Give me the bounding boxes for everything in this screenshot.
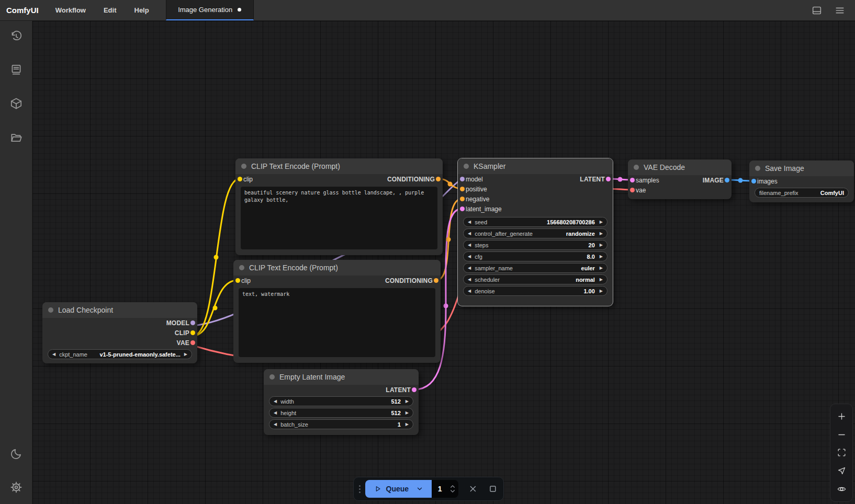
widget-batch-size[interactable]: ◀ batch_size 1 ▶ <box>269 419 413 429</box>
increment-arrow-icon[interactable]: ▶ <box>600 243 603 247</box>
widget-control-after-generate[interactable]: ◀ control_after_generate randomize ▶ <box>463 228 608 238</box>
collapse-dot-icon[interactable] <box>48 307 53 313</box>
hamburger-menu-icon[interactable] <box>834 5 846 16</box>
stepper-up-icon[interactable] <box>450 485 455 488</box>
prompt-textarea[interactable]: text, watermark <box>239 288 435 357</box>
widget-scheduler[interactable]: ◀ scheduler normal ▶ <box>463 274 608 284</box>
sidebar-item-theme[interactable] <box>5 442 28 465</box>
prompt-textarea[interactable]: beautiful scenery nature glass bottle la… <box>241 187 437 249</box>
decrement-arrow-icon[interactable]: ◀ <box>468 278 471 282</box>
input-slot-vae[interactable] <box>630 188 635 192</box>
widget-ckpt-name[interactable]: ◀ ckpt_name v1-5-pruned-emaonly.safete..… <box>48 349 192 359</box>
node-ksampler[interactable]: KSampler model LATENT positive negative … <box>458 158 613 306</box>
output-slot-conditioning[interactable] <box>436 177 441 181</box>
decrement-arrow-icon[interactable]: ◀ <box>468 255 471 259</box>
stepper-down-icon[interactable] <box>450 489 455 493</box>
toggle-visibility-button[interactable] <box>832 482 851 497</box>
output-slot-image[interactable] <box>725 178 729 182</box>
fit-view-button[interactable] <box>832 445 851 461</box>
increment-arrow-icon[interactable]: ▶ <box>600 289 603 293</box>
output-slot-vae[interactable] <box>190 340 195 345</box>
stop-icon[interactable] <box>488 484 498 494</box>
increment-arrow-icon[interactable]: ▶ <box>406 399 409 404</box>
sidebar-item-workflows[interactable] <box>5 126 28 149</box>
input-slot-samples[interactable] <box>630 178 635 182</box>
input-slot-clip[interactable] <box>238 177 242 181</box>
widget-width[interactable]: ◀ width 512 ▶ <box>269 396 413 406</box>
input-slot-negative[interactable] <box>460 197 465 201</box>
increment-arrow-icon[interactable]: ▶ <box>184 352 187 357</box>
node-title-bar[interactable]: Empty Latent Image <box>264 369 419 385</box>
collapse-dot-icon[interactable] <box>634 165 639 170</box>
increment-arrow-icon[interactable]: ▶ <box>600 278 603 282</box>
collapse-dot-icon[interactable] <box>755 166 760 171</box>
widget-steps[interactable]: ◀ steps 20 ▶ <box>463 240 608 250</box>
node-title-bar[interactable]: CLIP Text Encode (Prompt) <box>235 158 443 174</box>
widget-denoise[interactable]: ◀ denoise 1.00 ▶ <box>463 286 608 296</box>
zoom-out-button[interactable] <box>832 427 851 442</box>
node-title-bar[interactable]: Load Checkpoint <box>42 302 197 318</box>
output-slot-clip[interactable] <box>190 330 195 335</box>
node-empty-latent-image[interactable]: Empty Latent Image LATENT ◀ width 512 ▶ … <box>264 369 419 435</box>
output-slot-latent[interactable] <box>412 387 417 392</box>
node-graph-canvas[interactable]: Load Checkpoint MODEL CLIP VAE ◀ ckpt_na… <box>32 21 855 504</box>
collapse-dot-icon[interactable] <box>464 164 469 169</box>
sidebar-item-settings[interactable] <box>5 476 28 499</box>
cursor-mode-button[interactable] <box>832 463 851 479</box>
sidebar-item-model-library[interactable] <box>5 92 28 115</box>
increment-arrow-icon[interactable]: ▶ <box>406 422 409 427</box>
increment-arrow-icon[interactable]: ▶ <box>600 266 603 270</box>
node-vae-decode[interactable]: VAE Decode samples IMAGE vae <box>628 159 732 199</box>
increment-arrow-icon[interactable]: ▶ <box>600 232 603 236</box>
input-slot-latent-image[interactable] <box>460 207 465 211</box>
queue-button[interactable]: Queue <box>365 480 432 498</box>
node-title-bar[interactable]: Save Image <box>749 161 854 176</box>
drag-handle-icon[interactable] <box>359 485 361 493</box>
node-title-bar[interactable]: VAE Decode <box>628 159 732 175</box>
node-save-image[interactable]: Save Image images filename_prefix ComfyU… <box>749 161 854 202</box>
output-slot-model[interactable] <box>190 320 195 325</box>
decrement-arrow-icon[interactable]: ◀ <box>468 289 471 293</box>
bottom-panel-toggle-icon[interactable] <box>811 5 823 16</box>
input-slot-model[interactable] <box>460 177 465 181</box>
zoom-in-button[interactable] <box>832 408 851 424</box>
node-load-checkpoint[interactable]: Load Checkpoint MODEL CLIP VAE ◀ ckpt_na… <box>42 302 197 363</box>
input-slot-images[interactable] <box>751 179 756 184</box>
decrement-arrow-icon[interactable]: ◀ <box>274 411 277 415</box>
input-slot-clip[interactable] <box>235 278 240 283</box>
decrement-arrow-icon[interactable]: ◀ <box>274 422 277 427</box>
menu-edit[interactable]: Edit <box>104 6 117 14</box>
widget-cfg[interactable]: ◀ cfg 8.0 ▶ <box>463 251 608 261</box>
input-slot-positive[interactable] <box>460 187 465 191</box>
node-clip-text-encode-negative[interactable]: CLIP Text Encode (Prompt) clip CONDITION… <box>233 260 441 363</box>
widget-seed[interactable]: ◀ seed 156680208700286 ▶ <box>463 217 608 227</box>
tab-image-generation[interactable]: Image Generation <box>166 0 254 20</box>
collapse-dot-icon[interactable] <box>239 265 244 270</box>
increment-arrow-icon[interactable]: ▶ <box>600 255 603 259</box>
comfyui-logo[interactable]: ComfyUI <box>0 0 46 20</box>
widget-filename-prefix[interactable]: filename_prefix ComfyUI <box>755 188 849 198</box>
sidebar-item-history[interactable] <box>5 25 28 48</box>
node-clip-text-encode-positive[interactable]: CLIP Text Encode (Prompt) clip CONDITION… <box>235 158 443 255</box>
decrement-arrow-icon[interactable]: ◀ <box>52 352 55 357</box>
chevron-down-icon[interactable] <box>416 485 423 492</box>
decrement-arrow-icon[interactable]: ◀ <box>468 243 471 247</box>
sidebar-item-queue[interactable] <box>5 58 28 81</box>
menu-help[interactable]: Help <box>134 6 149 14</box>
decrement-arrow-icon[interactable]: ◀ <box>468 266 471 270</box>
batch-count-input[interactable]: 1 <box>432 480 459 498</box>
collapse-dot-icon[interactable] <box>241 164 246 169</box>
clear-queue-icon[interactable] <box>468 484 478 494</box>
widget-height[interactable]: ◀ height 512 ▶ <box>269 408 413 418</box>
decrement-arrow-icon[interactable]: ◀ <box>468 232 471 236</box>
menu-workflow[interactable]: Workflow <box>55 6 86 14</box>
output-slot-conditioning[interactable] <box>434 278 438 283</box>
collapse-dot-icon[interactable] <box>269 374 275 380</box>
decrement-arrow-icon[interactable]: ◀ <box>274 399 277 404</box>
widget-sampler-name[interactable]: ◀ sampler_name euler ▶ <box>463 263 608 273</box>
output-slot-latent[interactable] <box>606 177 611 181</box>
node-title-bar[interactable]: KSampler <box>458 158 613 174</box>
node-title-bar[interactable]: CLIP Text Encode (Prompt) <box>233 260 441 276</box>
increment-arrow-icon[interactable]: ▶ <box>406 411 409 415</box>
increment-arrow-icon[interactable]: ▶ <box>600 220 603 224</box>
